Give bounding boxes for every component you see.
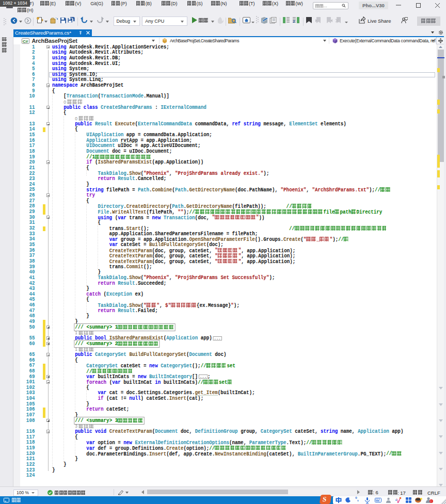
svg-text:2: 2	[293, 19, 295, 23]
svg-text:C#: C#	[23, 39, 28, 43]
